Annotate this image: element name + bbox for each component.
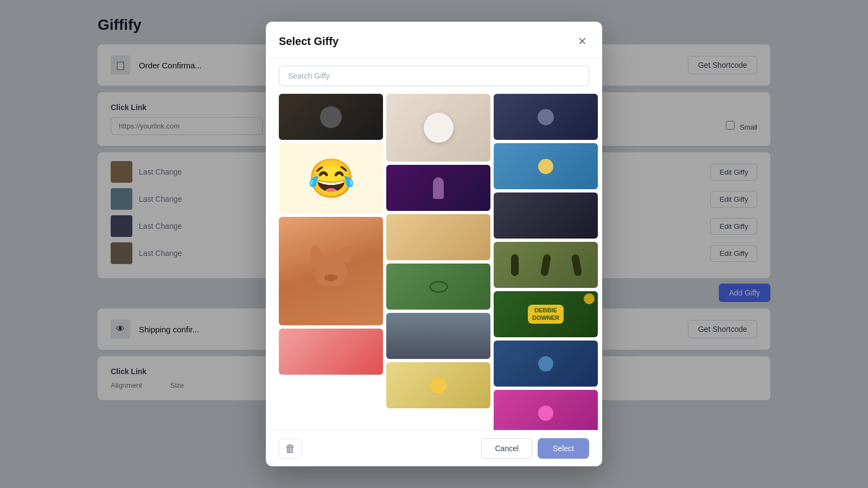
gif-grid: 😂 [266,94,602,430]
gif-car-road[interactable] [386,313,490,359]
footer-actions: Cancel Select [481,438,589,459]
cancel-button[interactable]: Cancel [481,438,532,459]
gif-laugh-emoji[interactable]: 😂 [279,143,383,214]
modal-search-area [266,58,602,94]
gif-flamingo[interactable] [279,329,383,375]
modal-footer: 🗑 Cancel Select [266,430,602,466]
gif-white-cat[interactable] [386,94,490,162]
giffy-search-input[interactable] [279,66,589,86]
modal-header: Select Giffy ✕ [266,22,602,58]
gif-young-man[interactable] [494,192,598,239]
select-giffy-modal: Select Giffy ✕ 😂 [266,22,602,466]
gif-blonde-woman[interactable] [494,143,598,189]
gif-concert[interactable] [386,165,490,211]
gif-woman-pink[interactable] [494,390,598,430]
modal-title: Select Giffy [279,35,339,48]
gif-col-2 [386,94,490,421]
gif-tortoise[interactable] [386,264,490,310]
gif-hockey-player[interactable] [494,341,598,387]
gif-dancing-silhouettes[interactable] [494,242,598,288]
gif-women-dancing[interactable] [386,214,490,260]
delete-button[interactable]: 🗑 [279,439,302,459]
gif-man-reaction[interactable] [279,94,383,140]
modal-close-button[interactable]: ✕ [576,34,589,49]
gif-simpsons[interactable] [386,362,490,408]
select-button[interactable]: Select [538,438,589,459]
trash-icon: 🗑 [285,442,296,454]
gif-debbie-downer[interactable]: DEBBIE DOWNER [494,291,598,337]
modal-overlay[interactable]: Select Giffy ✕ 😂 [0,0,868,488]
gif-col-1: 😂 [279,94,383,421]
gif-chihuahua[interactable] [279,217,383,325]
gif-col-3: DEBBIE DOWNER [494,94,598,421]
gif-shocked-face[interactable] [494,94,598,140]
